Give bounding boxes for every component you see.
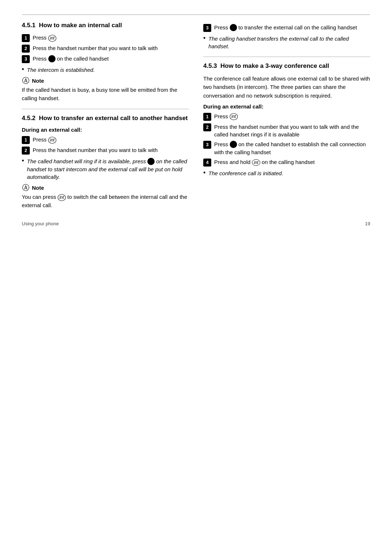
int-icon-453-1: int: [230, 113, 238, 120]
note-icon-452: Ⓐ: [22, 184, 30, 192]
step-453-4: 4 Press and hold int on the calling hand…: [203, 158, 370, 167]
step-453-3: 3 Press on the called handset to establi…: [203, 140, 370, 156]
section-451-title: 4.5.1 How to make an internal call: [22, 21, 189, 29]
section-453-body: The conference call feature allows one e…: [203, 74, 370, 100]
section-452: 4.5.2 How to transfer an external call t…: [22, 114, 189, 209]
section-451: 4.5.1 How to make an internal call 1 Pre…: [22, 21, 189, 102]
page: 4.5.1 How to make an internal call 1 Pre…: [22, 15, 370, 226]
during-label-452: During an external call:: [22, 127, 189, 133]
divider-2: [203, 57, 370, 57]
section-451-steps: 1 Press int 2 Press the handset number t…: [22, 34, 189, 63]
section-451-note: Ⓐ Note If the called handset is busy, a …: [22, 77, 189, 102]
section-452-cont-steps: 3 Press to transfer the external call on…: [203, 24, 370, 32]
int-icon-452-1: int: [48, 137, 57, 144]
section-452-bullet: • The called handset will ring if it is …: [22, 157, 189, 181]
step-453-2: 2 Press the handset number that you want…: [203, 123, 370, 138]
section-453-title: 4.5.3 How to make a 3-way conference cal…: [203, 62, 370, 70]
step-451-3: 3 Press on the called handset: [22, 55, 189, 63]
phone-icon-452: [147, 158, 155, 165]
main-content: 4.5.1 How to make an internal call 1 Pre…: [22, 21, 370, 214]
section-453-steps: 1 Press int 2 Press the handset number t…: [203, 112, 370, 167]
phone-icon: [48, 55, 56, 62]
section-452-steps: 1 Press int 2 Press the handset number t…: [22, 136, 189, 155]
step-452-2: 2 Press the handset number that you want…: [22, 146, 189, 155]
section-452-title: 4.5.2 How to transfer an external call t…: [22, 114, 189, 122]
section-452-cont-bullet: • The calling handset transfers the exte…: [203, 35, 370, 50]
left-column: 4.5.1 How to make an internal call 1 Pre…: [22, 21, 189, 214]
top-rule: [22, 15, 370, 15]
step-451-1: 1 Press int: [22, 34, 189, 42]
page-footer: Using your phone 19: [22, 214, 370, 226]
section-452-cont: 3 Press to transfer the external call on…: [203, 24, 370, 50]
step-451-2: 2 Press the handset number that you want…: [22, 44, 189, 53]
footer-right: 19: [365, 221, 370, 226]
int-icon: int: [48, 35, 57, 42]
section-453-bullet: • The conference call is initiated.: [203, 169, 370, 177]
int-icon-453-4: int: [252, 159, 260, 166]
section-451-bullet: • The intercom is established.: [22, 66, 189, 74]
phone-icon-452-3: [230, 24, 237, 31]
right-column: 3 Press to transfer the external call on…: [203, 21, 370, 214]
note-icon: Ⓐ: [22, 77, 30, 85]
step-452-1: 1 Press int: [22, 136, 189, 144]
step-452-3: 3 Press to transfer the external call on…: [203, 24, 370, 32]
during-label-453: During an external call:: [203, 103, 370, 110]
section-453: 4.5.3 How to make a 3-way conference cal…: [203, 62, 370, 177]
section-452-note: Ⓐ Note You can press int to switch the c…: [22, 184, 189, 209]
step-453-1: 1 Press int: [203, 112, 370, 121]
divider-1: [22, 109, 189, 109]
phone-icon-453-3: [230, 141, 237, 148]
int-icon-note: int: [58, 194, 66, 201]
footer-left: Using your phone: [22, 221, 59, 226]
